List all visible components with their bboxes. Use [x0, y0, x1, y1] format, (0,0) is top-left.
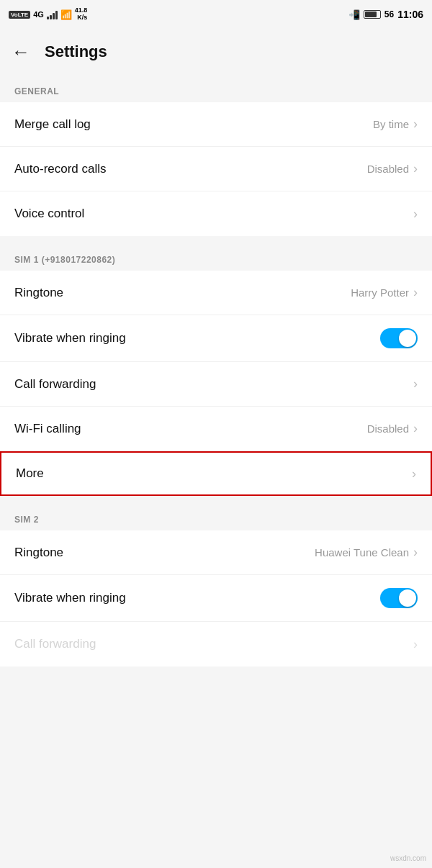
section-label-sim2: SIM 2 — [0, 503, 432, 530]
voice-control-item[interactable]: Voice control › — [0, 191, 432, 236]
signal-bar-2 — [50, 15, 52, 19]
section-label-general: GENERAL — [0, 75, 432, 102]
sim1-ringtone-chevron: › — [413, 285, 418, 300]
status-time: 11:06 — [397, 9, 423, 20]
bluetooth-icon: 📲 — [348, 9, 360, 20]
sim2-call-forwarding-right: › — [413, 637, 418, 652]
merge-call-log-item[interactable]: Merge call log By time › — [0, 102, 432, 147]
sim1-wifi-calling-label: Wi-Fi calling — [14, 422, 81, 436]
sim1-more-label: More — [16, 466, 44, 481]
settings-content: GENERAL Merge call log By time › Auto-re… — [0, 75, 432, 666]
signal-bars — [47, 9, 58, 19]
header: ← Settings — [0, 29, 432, 75]
sim1-group: Ringtone Harry Potter › Vibrate when rin… — [0, 271, 432, 496]
sim1-wifi-calling-chevron: › — [413, 421, 418, 436]
sim1-wifi-calling-value: Disabled — [367, 422, 409, 435]
sim2-vibrate-toggle[interactable] — [380, 588, 418, 608]
sim2-ringtone-right: Huawei Tune Clean › — [315, 545, 418, 560]
sim2-ringtone-value: Huawei Tune Clean — [315, 546, 409, 559]
sim1-call-forwarding-label: Call forwarding — [14, 377, 96, 392]
auto-record-label: Auto-record calls — [14, 162, 107, 176]
sim1-more-right: › — [412, 466, 416, 482]
merge-call-log-value: By time — [373, 118, 409, 130]
sim2-ringtone-label: Ringtone — [14, 546, 63, 560]
battery-icon — [364, 10, 381, 19]
general-group: Merge call log By time › Auto-record cal… — [0, 102, 432, 236]
voice-control-label: Voice control — [14, 207, 84, 221]
signal-4g: 4G — [33, 10, 44, 19]
sim2-vibrate-label: Vibrate when ringing — [14, 591, 126, 605]
back-button[interactable]: ← — [12, 42, 30, 61]
sim1-more-item[interactable]: More › — [0, 451, 432, 496]
sim2-call-forwarding-chevron: › — [413, 637, 418, 652]
status-left: VoLTE 4G 📶 41.8K/s — [9, 7, 87, 22]
sim1-call-forwarding-right: › — [413, 376, 418, 392]
signal-bar-3 — [53, 13, 55, 19]
signal-bar-4 — [55, 11, 58, 19]
sim2-ringtone-item[interactable]: Ringtone Huawei Tune Clean › — [0, 530, 432, 575]
wifi-icon: 📶 — [60, 9, 72, 20]
voice-control-right: › — [413, 207, 418, 222]
auto-record-right: Disabled › — [367, 161, 418, 176]
section-label-sim1: SIM 1 (+918017220862) — [0, 243, 432, 271]
battery-fill — [365, 12, 377, 17]
sim2-call-forwarding-item: Call forwarding › — [0, 622, 432, 666]
auto-record-value: Disabled — [367, 163, 409, 175]
sim2-vibrate-item[interactable]: Vibrate when ringing — [0, 575, 432, 622]
sim1-wifi-calling-item[interactable]: Wi-Fi calling Disabled › — [0, 407, 432, 451]
sim1-ringtone-right: Harry Potter › — [351, 285, 418, 300]
sim2-vibrate-toggle-knob — [399, 589, 416, 607]
sim1-vibrate-toggle-knob — [399, 330, 416, 347]
sim2-call-forwarding-label: Call forwarding — [14, 637, 96, 651]
battery-level: 56 — [384, 9, 394, 19]
sim1-vibrate-toggle[interactable] — [380, 328, 418, 348]
status-right: 📲 56 11:06 — [348, 9, 423, 20]
voice-control-chevron: › — [413, 207, 418, 222]
sim1-ringtone-label: Ringtone — [14, 286, 63, 300]
sim1-call-forwarding-item[interactable]: Call forwarding › — [0, 362, 432, 407]
sim1-vibrate-label: Vibrate when ringing — [14, 331, 126, 345]
merge-call-log-label: Merge call log — [14, 117, 91, 132]
status-bar: VoLTE 4G 📶 41.8K/s 📲 56 11:06 — [0, 0, 432, 29]
merge-call-log-right: By time › — [373, 117, 418, 132]
sim2-group: Ringtone Huawei Tune Clean › Vibrate whe… — [0, 530, 432, 666]
watermark: wsxdn.com — [390, 854, 426, 862]
volte-badge: VoLTE — [9, 11, 30, 19]
speed-text: 41.8K/s — [75, 7, 88, 22]
merge-call-log-chevron: › — [413, 117, 418, 132]
auto-record-calls-item[interactable]: Auto-record calls Disabled › — [0, 147, 432, 191]
sim1-vibrate-item[interactable]: Vibrate when ringing — [0, 315, 432, 362]
sim1-call-forwarding-chevron: › — [413, 376, 418, 392]
auto-record-chevron: › — [413, 161, 418, 176]
signal-bar-1 — [47, 17, 49, 19]
sim1-more-chevron: › — [412, 466, 416, 482]
sim1-ringtone-item[interactable]: Ringtone Harry Potter › — [0, 271, 432, 315]
sim2-ringtone-chevron: › — [413, 545, 418, 560]
page-title: Settings — [45, 42, 107, 61]
sim1-ringtone-value: Harry Potter — [351, 286, 409, 299]
sim1-wifi-calling-right: Disabled › — [367, 421, 418, 436]
